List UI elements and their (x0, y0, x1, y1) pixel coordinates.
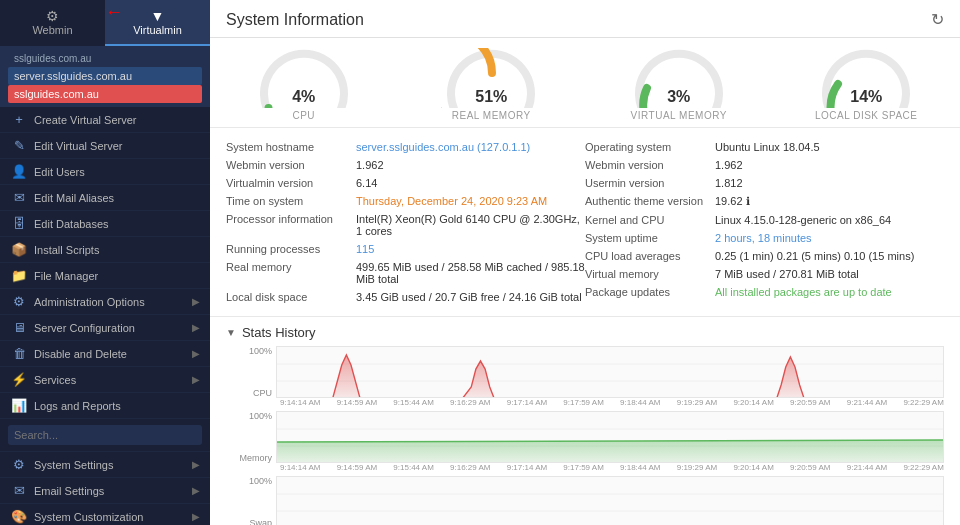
file-manager-icon: 📁 (10, 268, 28, 283)
sidebar-item-disable-delete[interactable]: 🗑 Disable and Delete ▶ (0, 341, 210, 367)
sidebar-item-edit-virtual-server[interactable]: ✎ Edit Virtual Server (0, 133, 210, 159)
sidebar-item-file-manager[interactable]: 📁 File Manager (0, 263, 210, 289)
install-scripts-icon: 📦 (10, 242, 28, 257)
sidebar-item-edit-users[interactable]: 👤 Edit Users (0, 159, 210, 185)
domain-option-2[interactable]: sslguides.com.au (8, 85, 202, 103)
info-row-usermin: Usermin version 1.812 (585, 174, 944, 192)
sidebar-item-edit-mail-aliases[interactable]: ✉ Edit Mail Aliases (0, 185, 210, 211)
server-config-icon: 🖥 (10, 320, 28, 335)
stats-section: Stats History 100% CPU (210, 317, 960, 525)
email-settings-icon: ✉ (10, 483, 28, 498)
domain-option-1[interactable]: server.sslguides.com.au (8, 67, 202, 85)
gauge-disk-container: 14% (816, 48, 916, 108)
tab-virtualmin[interactable]: ▼ Virtualmin (105, 0, 210, 46)
sidebar-item-system-settings[interactable]: ⚙ System Settings ▶ (0, 452, 210, 478)
page-title: System Information (226, 11, 364, 29)
gauge-vmem-label: VIRTUAL MEMORY (631, 110, 727, 121)
system-customization-icon: 🎨 (10, 509, 28, 524)
sidebar-item-edit-databases[interactable]: 🗄 Edit Databases (0, 211, 210, 237)
info-section: System hostname server.sslguides.com.au … (210, 128, 960, 317)
info-row-theme: Authentic theme version 19.62 ℹ (585, 192, 944, 211)
domain-selector: sslguides.com.au server.sslguides.com.au… (0, 46, 210, 107)
sidebar-item-label: Services (34, 374, 76, 386)
edit-virtual-server-icon: ✎ (10, 138, 28, 153)
main-header: System Information ↻ (210, 0, 960, 38)
arrow-icon: ▶ (192, 374, 200, 385)
arrow-icon: ▶ (192, 348, 200, 359)
info-value-vmem: 7 MiB used / 270.81 MiB total (715, 268, 944, 280)
gauge-cpu-label: CPU (292, 110, 315, 121)
sidebar-item-install-scripts[interactable]: 📦 Install Scripts (0, 237, 210, 263)
arrow-icon: ▶ (192, 322, 200, 333)
gauge-vmem-value: 3% (629, 88, 729, 106)
sidebar-item-label: Email Settings (34, 485, 104, 497)
info-row-kernel: Kernel and CPU Linux 4.15.0-128-generic … (585, 211, 944, 229)
gauge-memory: 51% REAL MEMORY (398, 48, 586, 121)
sidebar-item-logs-reports[interactable]: 📊 Logs and Reports (0, 393, 210, 419)
gauge-cpu: 4% CPU (210, 48, 398, 121)
info-row-hostname: System hostname server.sslguides.com.au … (226, 138, 585, 156)
info-label-usermin: Usermin version (585, 177, 715, 189)
info-label-real-memory: Real memory (226, 261, 356, 285)
domain-header: sslguides.com.au (8, 50, 202, 67)
info-row-webmin-r: Webmin version 1.962 (585, 156, 944, 174)
gauge-cpu-container: 4% (254, 48, 354, 108)
info-value-load: 0.25 (1 min) 0.21 (5 mins) 0.10 (15 mins… (715, 250, 944, 262)
info-value-uptime[interactable]: 2 hours, 18 minutes (715, 232, 944, 244)
chart-memory-time-axis: 9:14:14 AM 9:14:59 AM 9:15:44 AM 9:16:29… (226, 463, 944, 472)
svg-marker-2 (277, 355, 943, 398)
info-row-processes: Running processes 115 (226, 240, 585, 258)
sidebar-item-services[interactable]: ⚡ Services ▶ (0, 367, 210, 393)
virtualmin-icon: ▼ (105, 8, 210, 24)
tab-webmin[interactable]: ⚙ Webmin (0, 0, 105, 46)
info-value-usermin: 1.812 (715, 177, 944, 189)
sidebar-item-label: Install Scripts (34, 244, 99, 256)
info-value-hostname[interactable]: server.sslguides.com.au (127.0.1.1) (356, 141, 585, 153)
edit-users-icon: 👤 (10, 164, 28, 179)
sidebar-bottom-menu: ⚙ System Settings ▶ ✉ Email Settings ▶ 🎨… (0, 452, 210, 525)
search-input[interactable] (8, 425, 202, 445)
gauge-row: 4% CPU 51% REAL MEMORY 3% (210, 38, 960, 128)
sidebar-item-label: Server Configuration (34, 322, 135, 334)
gauge-disk-label: LOCAL DISK SPACE (815, 110, 917, 121)
chart-cpu-svg (277, 347, 943, 398)
info-value-virtualmin: 6.14 (356, 177, 585, 189)
sidebar-item-email-settings[interactable]: ✉ Email Settings ▶ (0, 478, 210, 504)
svg-marker-5 (277, 440, 943, 463)
chart-memory-wrapper: 100% Memory (226, 411, 944, 472)
info-value-packages[interactable]: All installed packages are up to date (715, 286, 944, 298)
info-row-virtualmin: Virtualmin version 6.14 (226, 174, 585, 192)
info-value-webmin: 1.962 (356, 159, 585, 171)
info-left: System hostname server.sslguides.com.au … (226, 138, 585, 306)
info-label-processes: Running processes (226, 243, 356, 255)
info-row-os: Operating system Ubuntu Linux 18.04.5 (585, 138, 944, 156)
info-row-load: CPU load averages 0.25 (1 min) 0.21 (5 m… (585, 247, 944, 265)
sidebar-item-label: Edit Users (34, 166, 85, 178)
gauge-cpu-value: 4% (254, 88, 354, 106)
info-value-processor: Intel(R) Xeon(R) Gold 6140 CPU @ 2.30GHz… (356, 213, 585, 237)
sidebar-item-create-virtual-server[interactable]: + Create Virtual Server (0, 107, 210, 133)
sidebar-item-system-customization[interactable]: 🎨 System Customization ▶ (0, 504, 210, 525)
info-value-processes[interactable]: 115 (356, 243, 585, 255)
sidebar-item-server-configuration[interactable]: 🖥 Server Configuration ▶ (0, 315, 210, 341)
info-label-webmin: Webmin version (226, 159, 356, 171)
webmin-icon: ⚙ (0, 8, 105, 24)
sidebar-item-label: File Manager (34, 270, 98, 282)
logs-icon: 📊 (10, 398, 28, 413)
sidebar-item-label: Create Virtual Server (34, 114, 137, 126)
arrow-icon: ▶ (192, 459, 200, 470)
admin-options-icon: ⚙ (10, 294, 28, 309)
info-value-disk: 3.45 GiB used / 20.7 GiB free / 24.16 Gi… (356, 291, 585, 303)
gauge-memory-container: 51% (441, 48, 541, 108)
sidebar-item-label: Edit Virtual Server (34, 140, 122, 152)
refresh-button[interactable]: ↻ (931, 10, 944, 29)
sidebar-item-administration-options[interactable]: ⚙ Administration Options ▶ (0, 289, 210, 315)
gauge-memory-label: REAL MEMORY (452, 110, 531, 121)
chart-cpu-time-axis: 9:14:14 AM 9:14:59 AM 9:15:44 AM 9:16:29… (226, 398, 944, 407)
gauge-vmem-container: 3% (629, 48, 729, 108)
gauge-memory-value: 51% (441, 88, 541, 106)
info-value-time: Thursday, December 24, 2020 9:23 AM (356, 195, 585, 207)
sidebar: ⚙ Webmin ▼ Virtualmin ← sslguides.com.au… (0, 0, 210, 525)
chart-memory-svg (277, 412, 943, 463)
services-icon: ⚡ (10, 372, 28, 387)
